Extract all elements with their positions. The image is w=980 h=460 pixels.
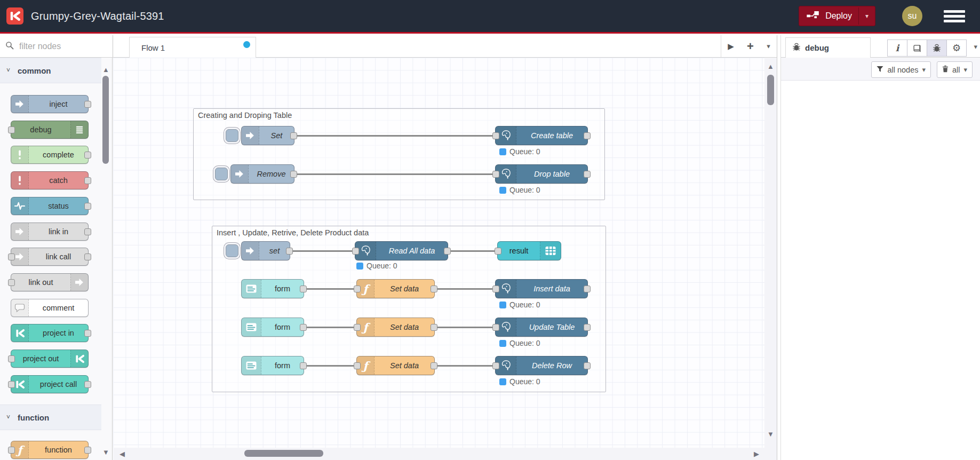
output-port[interactable]	[84, 152, 91, 158]
palette-node-project-out[interactable]: project out	[11, 350, 89, 368]
palette-node-comment[interactable]: comment	[11, 299, 89, 317]
flow-node-insert-data[interactable]: Insert data	[495, 279, 588, 298]
wire[interactable]	[294, 135, 495, 137]
canvas-scroll-left-arrow[interactable]: ◀	[119, 450, 125, 457]
canvas-scroll-right-arrow[interactable]: ▶	[754, 450, 759, 457]
tab-flow-1[interactable]: Flow 1	[129, 37, 256, 58]
config-panel-button[interactable]: ⚙	[946, 39, 967, 57]
output-port[interactable]	[584, 285, 591, 292]
flow-node-remove[interactable]: Remove	[230, 164, 294, 184]
input-port[interactable]	[354, 324, 361, 331]
wire[interactable]	[448, 250, 497, 252]
palette-scrollbar-thumb[interactable]	[102, 76, 109, 164]
input-port[interactable]	[354, 285, 361, 292]
output-port[interactable]	[84, 101, 91, 108]
output-port[interactable]	[584, 324, 591, 331]
palette-scroll-up-arrow[interactable]: ▲	[102, 66, 109, 73]
output-port[interactable]	[444, 248, 451, 255]
wire[interactable]	[304, 365, 356, 367]
deploy-button[interactable]: Deploy ▾	[799, 6, 875, 26]
output-port[interactable]	[290, 171, 297, 178]
input-port[interactable]	[352, 248, 359, 255]
output-port[interactable]	[584, 362, 591, 369]
wire[interactable]	[435, 327, 495, 328]
input-port[interactable]	[8, 126, 15, 133]
output-port[interactable]	[84, 253, 91, 260]
input-port[interactable]	[8, 447, 15, 454]
flow-canvas[interactable]: Creating and Droping TableInsert , Updat…	[113, 58, 777, 460]
input-port[interactable]	[8, 355, 15, 362]
output-port[interactable]	[431, 362, 437, 369]
input-port[interactable]	[492, 324, 499, 331]
output-port[interactable]	[286, 248, 293, 255]
output-port[interactable]	[431, 285, 437, 292]
wire[interactable]	[290, 250, 355, 252]
wire[interactable]	[304, 327, 356, 328]
inject-button[interactable]	[226, 244, 238, 257]
flow-node-drop-table[interactable]: Drop table	[495, 164, 588, 184]
canvas-scroll-up-arrow[interactable]: ▲	[767, 63, 774, 70]
output-port[interactable]	[584, 132, 591, 139]
flow-node-form[interactable]: form	[241, 279, 304, 298]
palette-node-project-call[interactable]: project call	[11, 375, 89, 393]
flow-list-caret[interactable]: ▾	[767, 42, 770, 50]
user-avatar[interactable]: su	[902, 6, 922, 26]
output-port[interactable]	[300, 285, 307, 292]
node-red-logo-icon[interactable]	[6, 7, 23, 25]
flow-node-set-data[interactable]: ƒSet data	[356, 318, 435, 337]
input-port[interactable]	[495, 248, 501, 255]
output-port[interactable]	[300, 324, 307, 331]
wire[interactable]	[304, 288, 356, 290]
flow-node-create-table[interactable]: Create table	[495, 126, 588, 145]
canvas-hscroll-thumb[interactable]	[244, 450, 323, 457]
flow-group[interactable]: Creating and Droping Table	[193, 108, 605, 200]
output-port[interactable]	[84, 177, 91, 184]
palette-node-project-in[interactable]: project in	[11, 324, 89, 342]
wire[interactable]	[435, 365, 495, 367]
input-port[interactable]	[492, 362, 499, 369]
input-port[interactable]	[8, 279, 15, 286]
debug-clear-button[interactable]: all ▾	[937, 61, 973, 78]
output-port[interactable]	[84, 447, 91, 454]
flow-node-form[interactable]: form	[241, 356, 304, 375]
palette-node-link-out[interactable]: link out	[11, 273, 89, 291]
canvas-scroll-down-arrow[interactable]: ▼	[767, 431, 774, 438]
palette-node-status[interactable]: status	[11, 197, 89, 215]
input-port[interactable]	[8, 253, 15, 260]
info-panel-button[interactable]: i	[887, 39, 907, 57]
palette-node-link-in[interactable]: link in	[11, 223, 89, 241]
output-port[interactable]	[84, 381, 91, 388]
input-port[interactable]	[8, 381, 15, 388]
palette-node-debug[interactable]: debug	[11, 121, 89, 139]
output-port[interactable]	[290, 132, 297, 139]
flow-node-update-table[interactable]: Update Table	[495, 318, 588, 337]
help-panel-button[interactable]	[907, 39, 927, 57]
tab-debug[interactable]: debug	[785, 37, 871, 58]
input-port[interactable]	[492, 171, 499, 178]
output-port[interactable]	[300, 362, 307, 369]
sidebar-tabs-caret[interactable]: ▾	[974, 43, 977, 51]
input-port[interactable]	[354, 362, 361, 369]
inject-button[interactable]	[215, 168, 228, 180]
flow-node-delete-row[interactable]: Delete Row	[495, 356, 588, 375]
wire[interactable]	[435, 288, 495, 290]
debug-panel-button[interactable]	[927, 39, 947, 57]
inject-button[interactable]	[226, 129, 238, 142]
debug-filter-button[interactable]: all nodes ▾	[871, 61, 931, 78]
add-flow-button[interactable]: +	[747, 39, 754, 53]
wire[interactable]	[294, 173, 495, 175]
palette-node-catch[interactable]: catch	[11, 171, 89, 189]
output-port[interactable]	[84, 203, 91, 210]
palette-node-function[interactable]: ƒfunction	[11, 441, 89, 459]
flow-node-set-data[interactable]: ƒSet data	[356, 356, 435, 375]
flow-node-read-all-data[interactable]: Read All data	[355, 241, 448, 260]
main-menu-button[interactable]	[944, 8, 965, 25]
palette-scroll-down-arrow[interactable]: ▼	[102, 449, 109, 456]
tab-scroll-right-button[interactable]: ▶	[728, 42, 734, 50]
palette-section-function[interactable]: ˅function	[0, 405, 101, 430]
palette-section-common[interactable]: ˅common	[0, 58, 101, 83]
sidebar-splitter[interactable]	[777, 35, 781, 460]
canvas-vscrollbar[interactable]: ▲ ▼	[764, 58, 777, 460]
palette-node-link-call[interactable]: link call	[11, 248, 89, 266]
output-port[interactable]	[431, 324, 437, 331]
